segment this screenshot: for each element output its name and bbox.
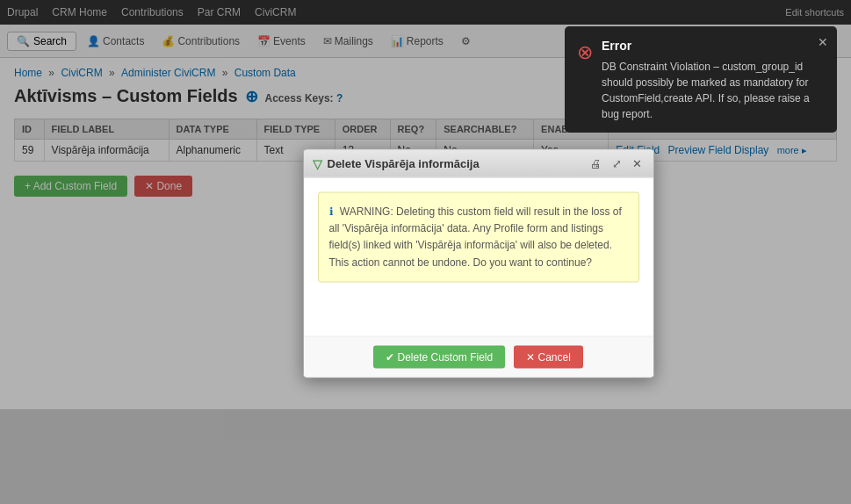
modal-header-icon: ▽	[313, 156, 322, 170]
modal-close-button[interactable]: ✕	[630, 156, 645, 171]
error-circle-icon: ⊗	[577, 38, 593, 122]
error-title: Error	[602, 37, 825, 55]
modal-expand-button[interactable]: ⤢	[609, 156, 624, 171]
modal-title: Delete Vispārēja informācija	[328, 157, 480, 170]
warning-icon: ℹ	[329, 205, 334, 218]
warning-text: WARNING: Deleting this custom field will…	[329, 205, 622, 269]
modal-footer: ✔ Delete Custom Field ✕ Cancel	[304, 336, 653, 378]
error-message: DB Constraint Violation – custom_group_i…	[602, 59, 825, 122]
modal-print-button[interactable]: 🖨	[588, 156, 604, 171]
error-popup-content: Error DB Constraint Violation – custom_g…	[602, 37, 825, 122]
warning-box: ℹ WARNING: Deleting this custom field wi…	[318, 192, 639, 283]
modal-body: ℹ WARNING: Deleting this custom field wi…	[304, 178, 653, 336]
error-popup: ⊗ Error DB Constraint Violation – custom…	[565, 26, 837, 133]
modal-header: ▽ Delete Vispārēja informācija 🖨 ⤢ ✕	[304, 150, 653, 178]
delete-custom-field-button[interactable]: ✔ Delete Custom Field	[373, 346, 505, 369]
delete-modal: ▽ Delete Vispārēja informācija 🖨 ⤢ ✕ ℹ W…	[303, 149, 654, 378]
modal-title-group: ▽ Delete Vispārēja informācija	[313, 156, 480, 170]
modal-header-actions: 🖨 ⤢ ✕	[588, 156, 645, 171]
cancel-button[interactable]: ✕ Cancel	[514, 346, 583, 369]
error-close-button[interactable]: ✕	[818, 33, 828, 52]
